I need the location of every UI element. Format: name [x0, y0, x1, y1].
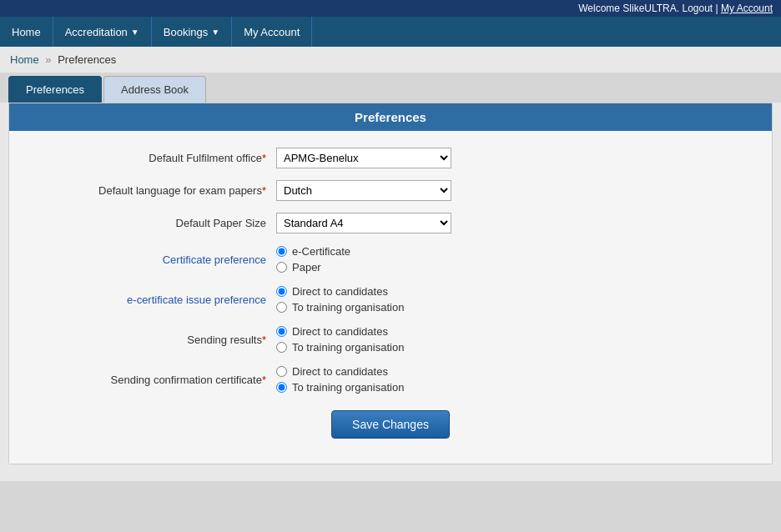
welcome-text: Welcome SlikeULTRA. Logout |: [578, 3, 718, 14]
language-row: Default language for exam papers* Dutch …: [43, 180, 738, 201]
ecert-issue-direct-radio[interactable]: [276, 286, 287, 297]
sending-confirm-required: *: [262, 374, 266, 386]
sending-results-radio-group: Direct to candidates To training organis…: [276, 325, 404, 354]
language-label: Default language for exam papers*: [43, 184, 276, 197]
breadcrumb: Home » Preferences: [0, 47, 781, 73]
ecert-issue-control: Direct to candidates To training organis…: [276, 285, 404, 314]
tabs-container: Preferences Address Book: [0, 76, 781, 103]
cert-pref-control: e-Certificate Paper: [276, 245, 350, 274]
save-button[interactable]: Save Changes: [331, 410, 450, 439]
sending-confirm-radio-group: Direct to candidates To training organis…: [276, 365, 404, 394]
paper-size-control: Standard A4 US Letter: [276, 213, 451, 233]
language-control: Dutch English French: [276, 180, 451, 201]
fulfilment-required: *: [262, 152, 266, 164]
nav-home[interactable]: Home: [0, 17, 53, 47]
top-bar: Welcome SlikeULTRA. Logout | My Account: [0, 0, 781, 17]
paper-size-select[interactable]: Standard A4 US Letter: [276, 213, 451, 233]
my-account-link[interactable]: My Account: [721, 3, 773, 14]
sending-results-training-radio[interactable]: [276, 342, 287, 353]
cert-pref-paper-radio[interactable]: [276, 262, 287, 273]
nav-bar: Home Accreditation ▼ Bookings ▼ My Accou…: [0, 17, 781, 47]
sending-results-control: Direct to candidates To training organis…: [276, 325, 404, 354]
breadcrumb-current: Preferences: [58, 53, 116, 66]
fulfilment-control: APMG-Benelux APMG-UK APMG-US: [276, 148, 451, 168]
accreditation-dropdown-icon: ▼: [131, 28, 139, 37]
sending-confirm-label: Sending confirmation certificate*: [43, 374, 276, 386]
sending-confirm-direct-radio[interactable]: [276, 366, 287, 377]
fulfilment-select[interactable]: APMG-Benelux APMG-UK APMG-US: [276, 148, 451, 168]
sending-results-label: Sending results*: [43, 334, 276, 346]
tab-preferences[interactable]: Preferences: [8, 76, 102, 103]
language-required: *: [262, 184, 266, 197]
breadcrumb-separator: »: [45, 53, 51, 66]
card-body: Default Fulfilment office* APMG-Benelux …: [9, 131, 772, 464]
ecert-issue-training-radio[interactable]: [276, 302, 287, 313]
cert-pref-ecert-option[interactable]: e-Certificate: [276, 245, 350, 258]
preferences-card: Preferences Default Fulfilment office* A…: [8, 103, 773, 464]
sending-results-row: Sending results* Direct to candidates To…: [43, 325, 738, 354]
language-select[interactable]: Dutch English French: [276, 180, 451, 201]
paper-size-row: Default Paper Size Standard A4 US Letter: [43, 213, 738, 233]
ecert-issue-row: e-certificate issue preference Direct to…: [43, 285, 738, 314]
nav-bookings[interactable]: Bookings ▼: [152, 17, 232, 47]
cert-pref-row: Certificate preference e-Certificate Pap…: [43, 245, 738, 274]
cert-pref-paper-option[interactable]: Paper: [276, 261, 350, 274]
ecert-issue-training-option[interactable]: To training organisation: [276, 301, 404, 314]
sending-confirm-control: Direct to candidates To training organis…: [276, 365, 404, 394]
cert-pref-radio-group: e-Certificate Paper: [276, 245, 350, 274]
cert-pref-ecert-radio[interactable]: [276, 246, 287, 257]
fulfilment-label: Default Fulfilment office*: [43, 152, 276, 164]
paper-size-label: Default Paper Size: [43, 217, 276, 229]
content-area: Preferences Default Fulfilment office* A…: [0, 103, 781, 481]
breadcrumb-home[interactable]: Home: [10, 53, 39, 66]
nav-my-account[interactable]: My Account: [232, 17, 312, 47]
ecert-issue-direct-option[interactable]: Direct to candidates: [276, 285, 404, 298]
bookings-dropdown-icon: ▼: [211, 28, 219, 37]
card-header: Preferences: [9, 103, 772, 131]
nav-accreditation[interactable]: Accreditation ▼: [53, 17, 152, 47]
sending-confirm-row: Sending confirmation certificate* Direct…: [43, 365, 738, 394]
sending-results-direct-option[interactable]: Direct to candidates: [276, 325, 404, 338]
sending-results-required: *: [262, 334, 266, 346]
ecert-issue-radio-group: Direct to candidates To training organis…: [276, 285, 404, 314]
sending-results-direct-radio[interactable]: [276, 326, 287, 337]
sending-confirm-direct-option[interactable]: Direct to candidates: [276, 365, 404, 378]
ecert-issue-label: e-certificate issue preference: [43, 294, 276, 306]
sending-confirm-training-option[interactable]: To training organisation: [276, 381, 404, 394]
cert-pref-label: Certificate preference: [43, 253, 276, 266]
sending-results-training-option[interactable]: To training organisation: [276, 341, 404, 354]
fulfilment-row: Default Fulfilment office* APMG-Benelux …: [43, 148, 738, 168]
tab-address-book[interactable]: Address Book: [103, 76, 206, 103]
sending-confirm-training-radio[interactable]: [276, 382, 287, 393]
